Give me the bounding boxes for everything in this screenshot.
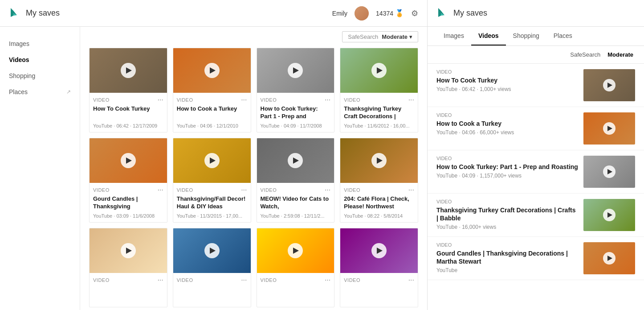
- video-tag-row: VIDEO ···: [177, 277, 247, 284]
- right-video-item[interactable]: VIDEO Thanksgiving Turkey Craft Decorati…: [428, 194, 644, 237]
- right-video-tag: VIDEO: [436, 242, 578, 248]
- video-tag: VIDEO: [344, 187, 360, 193]
- right-video-meta: YouTube · 04:06 · 66,000+ views: [436, 129, 578, 136]
- video-info: VIDEO ··· MEOW! Video for Cats to Watch,…: [257, 183, 334, 222]
- right-video-text: VIDEO How To Cook Turkey YouTube · 06:42…: [436, 69, 578, 92]
- right-video-tag: VIDEO: [436, 156, 578, 161]
- video-card[interactable]: VIDEO ··· Thanksgiving Turkey Craft Deco…: [340, 48, 418, 132]
- play-button[interactable]: [371, 243, 387, 258]
- right-play-button[interactable]: [603, 122, 615, 135]
- main-content: SafeSearch Moderate ▾ VIDEO ··· How To C…: [80, 27, 427, 310]
- video-tag: VIDEO: [261, 97, 277, 103]
- right-video-meta: YouTube: [436, 267, 578, 273]
- video-tag-row: VIDEO ···: [177, 186, 247, 194]
- right-play-button[interactable]: [603, 209, 615, 221]
- video-info: VIDEO ···: [173, 273, 251, 307]
- right-video-meta: YouTube · 06:42 · 1,000+ views: [436, 86, 578, 92]
- sidebar-item-videos[interactable]: Videos: [0, 52, 80, 68]
- play-button[interactable]: [121, 63, 136, 78]
- video-card[interactable]: VIDEO ···: [257, 228, 335, 307]
- more-options-icon[interactable]: ···: [408, 277, 414, 284]
- video-meta: YouTube · 11/3/2015 · 17,00...: [177, 213, 247, 219]
- reward-icon: 🏅: [395, 9, 404, 17]
- more-options-icon[interactable]: ···: [408, 186, 414, 194]
- video-card[interactable]: VIDEO ··· Thanksgiving/Fall Decor! Haul …: [173, 138, 251, 223]
- play-button[interactable]: [204, 243, 220, 258]
- right-tab-images-label: Images: [444, 32, 464, 39]
- play-button[interactable]: [371, 153, 387, 168]
- video-meta: YouTube · 03:09 · 11/6/2008: [93, 213, 163, 219]
- more-options-icon[interactable]: ···: [241, 186, 247, 194]
- more-options-icon[interactable]: ···: [325, 186, 330, 194]
- right-video-text: VIDEO How to Cook a Turkey YouTube · 04:…: [436, 112, 578, 136]
- sidebar-item-shopping[interactable]: Shopping: [0, 68, 80, 84]
- video-card[interactable]: VIDEO ···: [89, 228, 167, 307]
- video-thumbnail: [90, 48, 167, 93]
- right-tab-videos[interactable]: Videos: [471, 27, 506, 45]
- video-card[interactable]: VIDEO ··· How to Cook Turkey: Part 1 - P…: [257, 48, 335, 132]
- content-area: Images Videos Shopping Places ↗ SafeSear…: [0, 27, 427, 310]
- video-title: Thanksgiving Turkey Craft Decorations |: [344, 105, 414, 121]
- play-button[interactable]: [204, 153, 220, 168]
- play-button[interactable]: [371, 63, 387, 78]
- right-video-item[interactable]: VIDEO How to Cook a Turkey YouTube · 04:…: [428, 107, 644, 150]
- right-video-item[interactable]: VIDEO How To Cook Turkey YouTube · 06:42…: [428, 64, 644, 107]
- right-video-item[interactable]: VIDEO Gourd Candles | Thanksgiving Decor…: [428, 237, 644, 280]
- video-tag: VIDEO: [93, 277, 110, 283]
- video-info: VIDEO ··· 204: Café Flora | Check, Pleas…: [340, 183, 418, 222]
- play-button[interactable]: [288, 153, 303, 168]
- more-options-icon[interactable]: ···: [157, 96, 163, 103]
- sidebar-item-images[interactable]: Images: [0, 36, 80, 52]
- video-thumbnail: [90, 228, 167, 273]
- reward-count: 14374: [376, 10, 393, 17]
- video-thumbnail: [173, 48, 251, 93]
- video-card[interactable]: VIDEO ··· MEOW! Video for Cats to Watch,…: [257, 138, 335, 223]
- more-options-icon[interactable]: ···: [157, 277, 163, 284]
- play-button[interactable]: [204, 63, 220, 78]
- video-meta: YouTube · 04:06 · 12/1/2010: [177, 123, 247, 128]
- more-options-icon[interactable]: ···: [325, 96, 330, 103]
- more-options-icon[interactable]: ···: [325, 277, 330, 284]
- settings-icon[interactable]: ⚙: [411, 8, 418, 18]
- video-card[interactable]: VIDEO ··· How To Cook Turkey YouTube · 0…: [89, 48, 167, 132]
- right-header-title: My saves: [453, 8, 487, 18]
- video-card[interactable]: VIDEO ··· How to Cook a Turkey YouTube ·…: [173, 48, 251, 132]
- play-button[interactable]: [288, 243, 303, 258]
- safesearch-option-safesearch[interactable]: SafeSearch: [568, 50, 602, 59]
- right-video-item[interactable]: VIDEO How to Cook Turkey: Part 1 - Prep …: [428, 150, 644, 194]
- video-info: VIDEO ···: [257, 273, 334, 307]
- play-button[interactable]: [121, 153, 136, 168]
- header: My saves Emily 14374 🏅 ⚙: [0, 0, 427, 27]
- video-thumbnail: [257, 48, 334, 93]
- more-options-icon[interactable]: ···: [241, 96, 247, 103]
- more-options-icon[interactable]: ···: [408, 96, 414, 103]
- video-thumbnail: [257, 138, 334, 183]
- video-info: VIDEO ··· How to Cook a Turkey YouTube ·…: [173, 93, 251, 132]
- sidebar-item-places[interactable]: Places ↗: [0, 84, 80, 100]
- video-tag-row: VIDEO ···: [261, 277, 331, 284]
- video-title: How to Cook Turkey: Part 1 - Prep and: [261, 105, 331, 121]
- play-button[interactable]: [288, 63, 303, 78]
- safesearch-option-moderate[interactable]: Moderate: [606, 50, 635, 59]
- right-video-title: Thanksgiving Turkey Craft Decorations | …: [436, 206, 578, 222]
- right-video-tag: VIDEO: [436, 69, 578, 74]
- right-tab-shopping[interactable]: Shopping: [506, 27, 546, 45]
- right-tab-images[interactable]: Images: [436, 27, 471, 45]
- safesearch-button[interactable]: SafeSearch Moderate ▾: [342, 31, 418, 42]
- more-options-icon[interactable]: ···: [241, 277, 247, 284]
- svg-marker-0: [11, 8, 17, 17]
- more-options-icon[interactable]: ···: [157, 186, 163, 194]
- video-card[interactable]: VIDEO ··· Gourd Candles | Thanksgiving Y…: [89, 138, 167, 223]
- video-card[interactable]: VIDEO ···: [340, 228, 418, 307]
- right-play-button[interactable]: [603, 79, 615, 91]
- right-tab-places[interactable]: Places: [546, 27, 579, 45]
- play-button[interactable]: [121, 243, 136, 258]
- video-thumbnail: [257, 228, 334, 273]
- right-tab-shopping-label: Shopping: [513, 32, 539, 39]
- right-play-button[interactable]: [603, 165, 615, 178]
- video-card[interactable]: VIDEO ··· 204: Café Flora | Check, Pleas…: [340, 138, 418, 223]
- external-link-icon: ↗: [66, 89, 71, 95]
- right-play-button[interactable]: [603, 252, 615, 265]
- video-card[interactable]: VIDEO ···: [173, 228, 251, 307]
- video-meta: YouTube · 06:42 · 12/17/2009: [93, 123, 163, 128]
